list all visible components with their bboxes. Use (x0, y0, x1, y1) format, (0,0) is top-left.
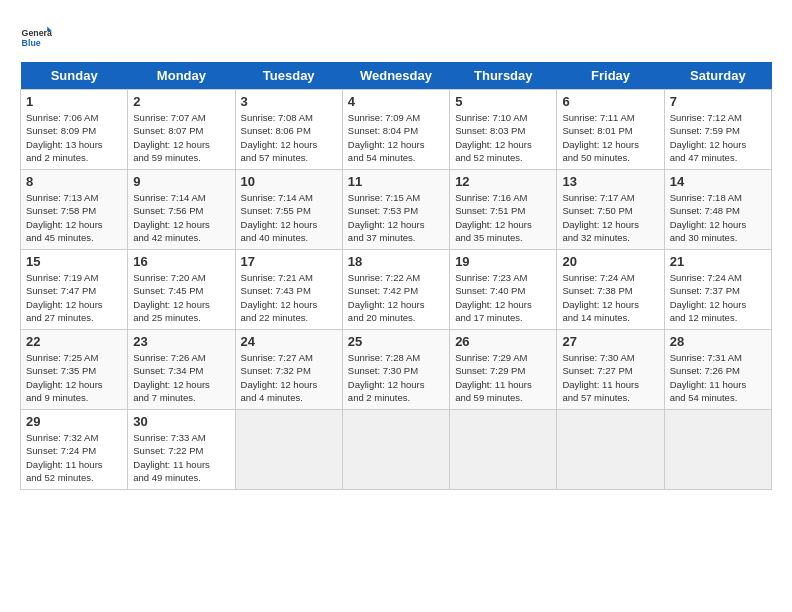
day-number: 4 (348, 94, 444, 109)
weekday-header: Friday (557, 62, 664, 90)
page-header: General Blue (20, 20, 772, 52)
day-info: Sunrise: 7:16 AM Sunset: 7:51 PM Dayligh… (455, 191, 551, 244)
day-info: Sunrise: 7:17 AM Sunset: 7:50 PM Dayligh… (562, 191, 658, 244)
day-number: 11 (348, 174, 444, 189)
weekday-header: Sunday (21, 62, 128, 90)
calendar-cell: 26Sunrise: 7:29 AM Sunset: 7:29 PM Dayli… (450, 330, 557, 410)
day-number: 29 (26, 414, 122, 429)
day-number: 24 (241, 334, 337, 349)
calendar-cell: 12Sunrise: 7:16 AM Sunset: 7:51 PM Dayli… (450, 170, 557, 250)
day-info: Sunrise: 7:12 AM Sunset: 7:59 PM Dayligh… (670, 111, 766, 164)
svg-text:Blue: Blue (22, 38, 41, 48)
calendar-cell (557, 410, 664, 490)
calendar-cell: 10Sunrise: 7:14 AM Sunset: 7:55 PM Dayli… (235, 170, 342, 250)
weekday-header: Thursday (450, 62, 557, 90)
day-number: 19 (455, 254, 551, 269)
weekday-header: Tuesday (235, 62, 342, 90)
day-info: Sunrise: 7:18 AM Sunset: 7:48 PM Dayligh… (670, 191, 766, 244)
calendar-cell (450, 410, 557, 490)
weekday-header: Monday (128, 62, 235, 90)
calendar-week-row: 15Sunrise: 7:19 AM Sunset: 7:47 PM Dayli… (21, 250, 772, 330)
calendar-cell: 20Sunrise: 7:24 AM Sunset: 7:38 PM Dayli… (557, 250, 664, 330)
day-number: 23 (133, 334, 229, 349)
day-number: 7 (670, 94, 766, 109)
calendar-cell: 7Sunrise: 7:12 AM Sunset: 7:59 PM Daylig… (664, 90, 771, 170)
day-info: Sunrise: 7:15 AM Sunset: 7:53 PM Dayligh… (348, 191, 444, 244)
calendar-cell (342, 410, 449, 490)
day-info: Sunrise: 7:31 AM Sunset: 7:26 PM Dayligh… (670, 351, 766, 404)
day-info: Sunrise: 7:23 AM Sunset: 7:40 PM Dayligh… (455, 271, 551, 324)
day-info: Sunrise: 7:10 AM Sunset: 8:03 PM Dayligh… (455, 111, 551, 164)
day-number: 17 (241, 254, 337, 269)
calendar-cell: 19Sunrise: 7:23 AM Sunset: 7:40 PM Dayli… (450, 250, 557, 330)
day-info: Sunrise: 7:13 AM Sunset: 7:58 PM Dayligh… (26, 191, 122, 244)
day-number: 6 (562, 94, 658, 109)
calendar-cell: 15Sunrise: 7:19 AM Sunset: 7:47 PM Dayli… (21, 250, 128, 330)
calendar-cell: 3Sunrise: 7:08 AM Sunset: 8:06 PM Daylig… (235, 90, 342, 170)
day-number: 9 (133, 174, 229, 189)
calendar-cell: 25Sunrise: 7:28 AM Sunset: 7:30 PM Dayli… (342, 330, 449, 410)
logo-icon: General Blue (20, 20, 52, 52)
calendar-cell: 4Sunrise: 7:09 AM Sunset: 8:04 PM Daylig… (342, 90, 449, 170)
day-info: Sunrise: 7:09 AM Sunset: 8:04 PM Dayligh… (348, 111, 444, 164)
day-info: Sunrise: 7:14 AM Sunset: 7:55 PM Dayligh… (241, 191, 337, 244)
calendar-cell: 18Sunrise: 7:22 AM Sunset: 7:42 PM Dayli… (342, 250, 449, 330)
calendar-week-row: 8Sunrise: 7:13 AM Sunset: 7:58 PM Daylig… (21, 170, 772, 250)
calendar-cell: 30Sunrise: 7:33 AM Sunset: 7:22 PM Dayli… (128, 410, 235, 490)
calendar-week-row: 22Sunrise: 7:25 AM Sunset: 7:35 PM Dayli… (21, 330, 772, 410)
logo: General Blue (20, 20, 52, 52)
day-info: Sunrise: 7:07 AM Sunset: 8:07 PM Dayligh… (133, 111, 229, 164)
calendar-cell: 2Sunrise: 7:07 AM Sunset: 8:07 PM Daylig… (128, 90, 235, 170)
day-info: Sunrise: 7:25 AM Sunset: 7:35 PM Dayligh… (26, 351, 122, 404)
day-info: Sunrise: 7:33 AM Sunset: 7:22 PM Dayligh… (133, 431, 229, 484)
day-info: Sunrise: 7:24 AM Sunset: 7:38 PM Dayligh… (562, 271, 658, 324)
calendar-header-row: SundayMondayTuesdayWednesdayThursdayFrid… (21, 62, 772, 90)
day-info: Sunrise: 7:32 AM Sunset: 7:24 PM Dayligh… (26, 431, 122, 484)
calendar-cell: 6Sunrise: 7:11 AM Sunset: 8:01 PM Daylig… (557, 90, 664, 170)
calendar-cell: 11Sunrise: 7:15 AM Sunset: 7:53 PM Dayli… (342, 170, 449, 250)
day-info: Sunrise: 7:19 AM Sunset: 7:47 PM Dayligh… (26, 271, 122, 324)
calendar-cell: 28Sunrise: 7:31 AM Sunset: 7:26 PM Dayli… (664, 330, 771, 410)
calendar-cell: 24Sunrise: 7:27 AM Sunset: 7:32 PM Dayli… (235, 330, 342, 410)
calendar-cell: 22Sunrise: 7:25 AM Sunset: 7:35 PM Dayli… (21, 330, 128, 410)
calendar-cell: 14Sunrise: 7:18 AM Sunset: 7:48 PM Dayli… (664, 170, 771, 250)
day-number: 8 (26, 174, 122, 189)
day-number: 28 (670, 334, 766, 349)
day-info: Sunrise: 7:28 AM Sunset: 7:30 PM Dayligh… (348, 351, 444, 404)
calendar-cell: 9Sunrise: 7:14 AM Sunset: 7:56 PM Daylig… (128, 170, 235, 250)
day-info: Sunrise: 7:21 AM Sunset: 7:43 PM Dayligh… (241, 271, 337, 324)
day-number: 10 (241, 174, 337, 189)
day-info: Sunrise: 7:26 AM Sunset: 7:34 PM Dayligh… (133, 351, 229, 404)
day-number: 2 (133, 94, 229, 109)
calendar-cell: 27Sunrise: 7:30 AM Sunset: 7:27 PM Dayli… (557, 330, 664, 410)
day-number: 13 (562, 174, 658, 189)
day-number: 18 (348, 254, 444, 269)
day-info: Sunrise: 7:24 AM Sunset: 7:37 PM Dayligh… (670, 271, 766, 324)
day-number: 16 (133, 254, 229, 269)
calendar-cell: 29Sunrise: 7:32 AM Sunset: 7:24 PM Dayli… (21, 410, 128, 490)
day-number: 14 (670, 174, 766, 189)
calendar-cell: 1Sunrise: 7:06 AM Sunset: 8:09 PM Daylig… (21, 90, 128, 170)
calendar-table: SundayMondayTuesdayWednesdayThursdayFrid… (20, 62, 772, 490)
day-number: 25 (348, 334, 444, 349)
calendar-body: 1Sunrise: 7:06 AM Sunset: 8:09 PM Daylig… (21, 90, 772, 490)
calendar-week-row: 29Sunrise: 7:32 AM Sunset: 7:24 PM Dayli… (21, 410, 772, 490)
calendar-cell: 23Sunrise: 7:26 AM Sunset: 7:34 PM Dayli… (128, 330, 235, 410)
day-info: Sunrise: 7:14 AM Sunset: 7:56 PM Dayligh… (133, 191, 229, 244)
calendar-cell: 16Sunrise: 7:20 AM Sunset: 7:45 PM Dayli… (128, 250, 235, 330)
calendar-cell: 13Sunrise: 7:17 AM Sunset: 7:50 PM Dayli… (557, 170, 664, 250)
day-info: Sunrise: 7:22 AM Sunset: 7:42 PM Dayligh… (348, 271, 444, 324)
calendar-cell (235, 410, 342, 490)
day-info: Sunrise: 7:30 AM Sunset: 7:27 PM Dayligh… (562, 351, 658, 404)
calendar-week-row: 1Sunrise: 7:06 AM Sunset: 8:09 PM Daylig… (21, 90, 772, 170)
day-number: 27 (562, 334, 658, 349)
day-info: Sunrise: 7:27 AM Sunset: 7:32 PM Dayligh… (241, 351, 337, 404)
day-number: 20 (562, 254, 658, 269)
weekday-header: Saturday (664, 62, 771, 90)
day-number: 30 (133, 414, 229, 429)
day-info: Sunrise: 7:11 AM Sunset: 8:01 PM Dayligh… (562, 111, 658, 164)
calendar-cell: 17Sunrise: 7:21 AM Sunset: 7:43 PM Dayli… (235, 250, 342, 330)
day-number: 26 (455, 334, 551, 349)
calendar-cell: 5Sunrise: 7:10 AM Sunset: 8:03 PM Daylig… (450, 90, 557, 170)
day-number: 12 (455, 174, 551, 189)
